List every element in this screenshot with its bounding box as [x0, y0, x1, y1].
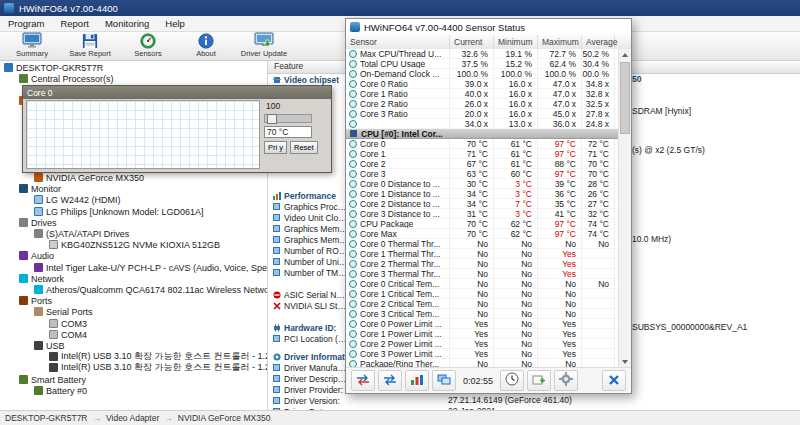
sensor-row[interactable]: Core 0 Distance to ... 30 °C3 °C39 °C28 … — [346, 179, 618, 189]
tree-item[interactable]: Drives — [19, 217, 57, 228]
sensor-toolbar-dual-monitor-button[interactable] — [432, 370, 456, 391]
sensor-group-header[interactable]: CPU [#0]: Intel Cor... — [346, 129, 618, 139]
toolbar-driver-update-button[interactable]: Driver Update — [236, 32, 292, 58]
sensor-row[interactable]: Core Max 70 °C62 °C97 °C74 °C — [346, 229, 618, 239]
feature-row[interactable]: Driver Manufacturer: — [273, 362, 348, 373]
menu-report[interactable]: Report — [52, 16, 97, 31]
scale-slider[interactable] — [264, 114, 312, 123]
graph-window-titlebar[interactable]: Core 0 — [23, 86, 331, 99]
feature-row[interactable]: NVIDIA SLI Status — [273, 300, 348, 311]
menu-program[interactable]: Program — [0, 16, 52, 31]
sensor-toolbar-swap-arrows-button[interactable] — [378, 370, 402, 391]
feature-row[interactable]: PCI Location (Bus — [273, 333, 348, 344]
scroll-up-button[interactable] — [619, 49, 631, 61]
sensor-toolbar-clock-button[interactable] — [500, 370, 524, 391]
sensor-toolbar-close-x-button[interactable] — [602, 370, 626, 391]
sensor-row[interactable]: Core 0 Thermal Thr... NoNoNoNo — [346, 239, 618, 249]
main-titlebar[interactable]: HWiNFO64 v7.00-4400 — [0, 0, 800, 16]
tree-item[interactable]: COM3 — [49, 318, 87, 329]
tree-item[interactable]: Intel(R) USB 3.10 확장 가능한 호스트 컨트롤러 - 1.20… — [49, 362, 268, 373]
tree-item[interactable]: KBG40ZNS512G NVMe KIOXIA 512GB — [49, 239, 220, 250]
sensor-column-header[interactable]: Sensor — [346, 35, 450, 49]
feature-row[interactable]: Performance — [273, 190, 336, 201]
sensor-column-header[interactable]: Maximum — [538, 35, 582, 49]
sensor-column-header[interactable]: Current — [450, 35, 494, 49]
sensor-row[interactable]: Core 2 Critical Tem... NoNoNo — [346, 299, 618, 309]
sensor-row[interactable]: Core 0 Power Limit ... YesNoYes — [346, 319, 618, 329]
sensor-row[interactable]: Core 2 Thermal Thr... NoNoYes — [346, 259, 618, 269]
feature-row[interactable]: Video Unit Clock: — [273, 212, 348, 223]
sensor-row[interactable]: Core 3 Ratio 20.0 x16.0 x45.0 x27.8 x — [346, 109, 618, 119]
sensor-row[interactable]: On-Demand Clock ... 100.0 %100.0 %100.0 … — [346, 69, 618, 79]
tree-item[interactable]: Central Processor(s) — [19, 73, 114, 84]
sensor-toolbar-bar-graph-button[interactable] — [405, 370, 429, 391]
sensor-row[interactable]: Core 1 Critical Tem... NoNoNo — [346, 289, 618, 299]
sensor-row[interactable]: Max CPU/Thread U... 32.6 %19.1 %72.7 %50… — [346, 49, 618, 59]
tree-item[interactable]: Battery #0 — [34, 385, 87, 396]
sensor-row[interactable]: Total CPU Usage 37.5 %15.2 %62.4 %30.4 % — [346, 59, 618, 69]
sensor-column-header[interactable]: Minimum — [494, 35, 538, 49]
tree-item[interactable]: Serial Ports — [34, 306, 93, 317]
sensor-row[interactable]: Core 3 Thermal Thr... NoNoYes — [346, 269, 618, 279]
feature-row[interactable]: Hardware ID: — [273, 322, 336, 333]
sensor-scrollbar[interactable] — [618, 49, 631, 368]
sensor-row[interactable]: Core 3 63 °C60 °C97 °C70 °C — [346, 169, 618, 179]
tree-item[interactable]: Intel Tiger Lake-U/Y PCH-LP - cAVS (Audi… — [34, 262, 268, 273]
tree-item[interactable]: Smart Battery — [19, 374, 86, 385]
feature-row[interactable]: Driver Provider: — [273, 384, 343, 395]
tree-item[interactable]: Monitor — [19, 183, 61, 194]
feature-row[interactable]: ASIC Serial Number — [273, 289, 348, 300]
sensor-row[interactable]: Core 3 Power Limit ... YesNoYes — [346, 349, 618, 359]
sensor-row[interactable]: Core 1 Power Limit ... YesNoYes — [346, 329, 618, 339]
tree-item[interactable]: NVIDIA GeForce MX350 — [34, 172, 144, 183]
sensor-row[interactable]: Core 1 Ratio 40.0 x16.0 x47.0 x32.8 x — [346, 89, 618, 99]
sensor-toolbar-add-box-button[interactable] — [527, 370, 551, 391]
sensor-row[interactable]: 34.0 x13.0 x36.0 x24.8 x — [346, 119, 618, 129]
feature-row[interactable]: Number of ROPs: — [273, 245, 348, 256]
toolbar-save-report-button[interactable]: Save Report — [62, 32, 118, 58]
sensor-row[interactable]: Core 2 Distance to ... 34 °C7 °C35 °C27 … — [346, 199, 618, 209]
sensor-row[interactable]: Core 3 Critical Tem... NoNoNo — [346, 309, 618, 319]
graph-pri-y-button[interactable]: Pri y — [264, 141, 287, 154]
sensor-row[interactable]: CPU Package 70 °C62 °C97 °C74 °C — [346, 219, 618, 229]
sensor-row[interactable]: Core 2 67 °C61 °C88 °C70 °C — [346, 159, 618, 169]
toolbar-summary-button[interactable]: Summary — [4, 32, 60, 58]
sensor-row[interactable]: Core 1 Thermal Thr... NoNoYes — [346, 249, 618, 259]
sensor-row[interactable]: Core 1 Distance to ... 34 °C3 °C36 °C26 … — [346, 189, 618, 199]
tree-item[interactable]: USB — [34, 340, 65, 351]
sensor-row[interactable]: Core 1 71 °C61 °C97 °C71 °C — [346, 149, 618, 159]
feature-row[interactable]: Video chipset — [273, 74, 339, 85]
feature-row[interactable]: Graphics Memory — [273, 223, 348, 234]
feature-row[interactable]: Driver Information — [273, 351, 354, 362]
sensor-row[interactable]: Core 0 70 °C61 °C97 °C72 °C — [346, 139, 618, 149]
sensor-window-titlebar[interactable]: HWiNFO64 v7.00-4400 Sensor Status — [346, 19, 631, 36]
feature-row[interactable]: Driver Version: — [273, 395, 340, 406]
tree-item[interactable]: Atheros/Qualcomm QCA6174 802.11ac Wirele… — [34, 284, 268, 295]
scale-slider-thumb[interactable] — [267, 114, 277, 124]
tree-item[interactable]: (S)ATA/ATAPI Drives — [34, 228, 129, 239]
tree-item[interactable]: LG Philips [Unknown Model: LGD061A] — [34, 206, 204, 217]
graph-reset-button[interactable]: Reset — [290, 141, 318, 154]
feature-row[interactable]: Driver Description: — [273, 373, 348, 384]
tree-item[interactable]: DESKTOP-GKR5T7R — [4, 62, 103, 73]
feature-row[interactable]: Graphics Processor — [273, 201, 348, 212]
toolbar-sensors-button[interactable]: Sensors — [120, 32, 176, 58]
tree-item[interactable]: Network — [19, 273, 64, 284]
sensor-toolbar-reset-arrows-button[interactable] — [351, 370, 375, 391]
feature-row[interactable]: Graphics Memory — [273, 234, 348, 245]
sensor-row[interactable]: Core 3 Distance to ... 31 °C3 °C41 °C32 … — [346, 209, 618, 219]
sensor-row[interactable]: Core 2 Ratio 26.0 x16.0 x47.0 x32.5 x — [346, 99, 618, 109]
scrollbar-thumb[interactable] — [620, 62, 630, 134]
menu-monitoring[interactable]: Monitoring — [97, 16, 157, 31]
tree-item[interactable]: COM4 — [49, 329, 87, 340]
tree-item[interactable]: Ports — [19, 295, 52, 306]
sensor-column-header[interactable]: Average — [582, 35, 615, 49]
tree-item[interactable]: LG W2442 (HDMI) — [34, 194, 121, 205]
sensor-row[interactable]: Core 2 Power Limit ... YesNoYes — [346, 339, 618, 349]
menu-help[interactable]: Help — [157, 16, 193, 31]
sensor-row[interactable]: Core 0 Ratio 39.0 x16.0 x47.0 x34.8 x — [346, 79, 618, 89]
tree-item[interactable]: Audio — [19, 250, 54, 261]
sensor-toolbar-gear-button[interactable] — [554, 370, 578, 391]
feature-row[interactable]: Number of Unified — [273, 256, 348, 267]
sensor-row[interactable]: Core 0 Critical Tem... NoNoNoNo — [346, 279, 618, 289]
